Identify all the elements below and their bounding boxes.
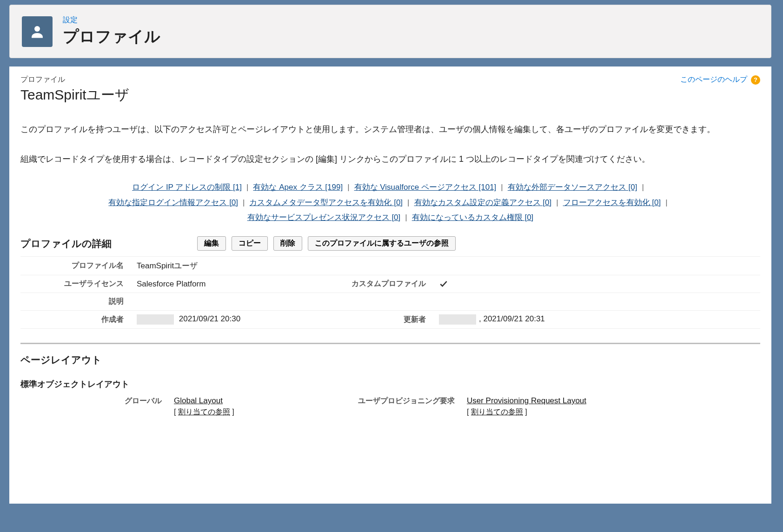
help-icon[interactable]: ? bbox=[751, 75, 760, 85]
related-links: ログイン IP アドレスの制限 [1]|有効な Apex クラス [199]|有… bbox=[39, 180, 742, 225]
layout-right-label: ユーザプロビジョニング要求 bbox=[346, 394, 467, 419]
edit-button[interactable]: 編集 bbox=[197, 236, 226, 251]
table-row: 作成者 2021/09/21 20:30 更新者 , 2021/09/21 20… bbox=[20, 311, 760, 329]
related-link[interactable]: 有効な指定ログイン情報アクセス [0] bbox=[108, 198, 238, 207]
detail-table: プロファイル名 TeamSpiritユーザ ユーザライセンス Salesforc… bbox=[20, 256, 760, 329]
main-panel: プロファイル TeamSpiritユーザ このページのヘルプ ? このプロファイ… bbox=[9, 66, 771, 504]
redacted-name bbox=[439, 314, 476, 325]
description-value bbox=[137, 293, 337, 311]
modified-by-date: , 2021/09/21 20:31 bbox=[479, 315, 545, 324]
created-by-date: 2021/09/21 20:30 bbox=[179, 315, 240, 324]
table-row: プロファイル名 TeamSpiritユーザ bbox=[20, 257, 760, 275]
related-link[interactable]: 有効になっているカスタム権限 [0] bbox=[412, 213, 534, 222]
header-title: プロファイル bbox=[63, 26, 160, 47]
related-link[interactable]: 有効なサービスプレゼンス状況アクセス [0] bbox=[247, 213, 401, 222]
related-link[interactable]: カスタムメタデータ型アクセスを有効化 [0] bbox=[249, 198, 403, 207]
check-icon bbox=[439, 279, 448, 289]
profile-icon bbox=[22, 16, 53, 47]
user-license-label: ユーザライセンス bbox=[20, 275, 137, 293]
detail-buttons: 編集 コピー 削除 このプロファイルに属するユーザの参照 bbox=[197, 236, 459, 251]
profile-name-label: プロファイル名 bbox=[20, 257, 137, 275]
related-link[interactable]: 有効な Apex クラス [199] bbox=[253, 183, 343, 192]
view-users-button[interactable]: このプロファイルに属するユーザの参照 bbox=[308, 236, 456, 251]
custom-profile-value bbox=[439, 275, 760, 293]
created-by-label: 作成者 bbox=[20, 311, 137, 329]
layout-left-label: グローバル bbox=[20, 394, 174, 419]
related-link[interactable]: 有効なカスタム設定の定義アクセス [0] bbox=[414, 198, 552, 207]
description-label: 説明 bbox=[20, 293, 137, 311]
table-row: 説明 bbox=[20, 293, 760, 311]
assignment-link[interactable]: 割り当ての参照 bbox=[471, 408, 523, 416]
copy-button[interactable]: コピー bbox=[232, 236, 268, 251]
table-row: グローバル Global Layout [ 割り当ての参照 ] ユーザプロビジョ… bbox=[20, 394, 760, 419]
layout-right-link[interactable]: User Provisioning Request Layout bbox=[467, 396, 586, 405]
header-titles: 設定 プロファイル bbox=[63, 15, 160, 47]
layout-table: グローバル Global Layout [ 割り当ての参照 ] ユーザプロビジョ… bbox=[20, 394, 760, 419]
delete-button[interactable]: 削除 bbox=[273, 236, 302, 251]
help-link[interactable]: このページのヘルプ bbox=[680, 75, 747, 85]
related-link[interactable]: 有効な Visualforce ページアクセス [101] bbox=[354, 183, 497, 192]
related-link[interactable]: 有効な外部データソースアクセス [0] bbox=[508, 183, 637, 192]
redacted-name bbox=[137, 314, 174, 325]
svg-point-0 bbox=[34, 26, 40, 32]
page-layout-title: ページレイアウト bbox=[20, 353, 760, 366]
related-link[interactable]: フローアクセスを有効化 [0] bbox=[563, 198, 661, 207]
section-divider bbox=[20, 343, 760, 344]
table-row: ユーザライセンス Salesforce Platform カスタムプロファイル bbox=[20, 275, 760, 293]
page-title: TeamSpiritユーザ bbox=[20, 86, 129, 105]
page-description: このプロファイルを持つユーザは、以下のアクセス許可とページレイアウトと使用します… bbox=[20, 121, 760, 167]
profile-name-value: TeamSpiritユーザ bbox=[137, 257, 337, 275]
page-layout-subtitle: 標準オブジェクトレイアウト bbox=[20, 379, 760, 390]
custom-profile-label: カスタムプロファイル bbox=[337, 275, 439, 293]
description-p2: 組織でレコードタイプを使用する場合は、レコードタイプの設定セクションの [編集]… bbox=[20, 151, 760, 167]
layout-left-link[interactable]: Global Layout bbox=[174, 396, 223, 405]
related-link[interactable]: ログイン IP アドレスの制限 [1] bbox=[132, 183, 242, 192]
assignment-link[interactable]: 割り当ての参照 bbox=[178, 408, 230, 416]
modified-by-value: , 2021/09/21 20:31 bbox=[439, 311, 760, 329]
created-by-value: 2021/09/21 20:30 bbox=[137, 311, 337, 329]
detail-section-title: プロファイルの詳細 bbox=[20, 237, 197, 250]
modified-by-label: 更新者 bbox=[337, 311, 439, 329]
user-license-value: Salesforce Platform bbox=[137, 275, 337, 293]
description-p1: このプロファイルを持つユーザは、以下のアクセス許可とページレイアウトと使用します… bbox=[20, 121, 760, 137]
header-sup: 設定 bbox=[63, 15, 160, 25]
breadcrumb: プロファイル bbox=[20, 75, 129, 85]
setup-header-card: 設定 プロファイル bbox=[9, 5, 771, 58]
